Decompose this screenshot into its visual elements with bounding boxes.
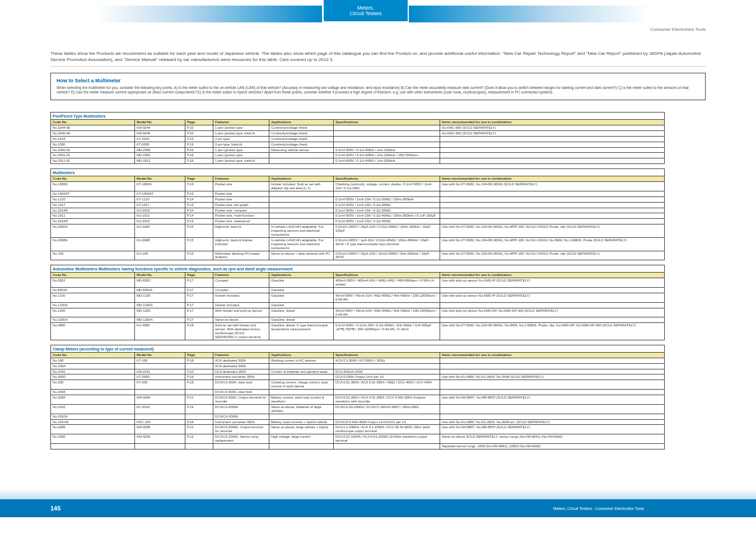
table-cell xyxy=(269,363,334,369)
table-cell: P.18 xyxy=(185,380,213,390)
table-cell: No.1110 xyxy=(51,196,135,202)
table-row: No.100AACA dedicated 300A xyxy=(51,363,665,369)
table-cell: P.13 xyxy=(185,142,213,147)
table-cell: Battery, load currents + hybrid vehicle xyxy=(269,419,334,425)
table-cell: Gasoline xyxy=(269,278,334,288)
table-cell xyxy=(213,443,269,449)
table-row: No.2019RKU-2019P.14Pocket size, compact0… xyxy=(51,208,665,213)
table-row: No.200ADC/ACA 300A, data hold xyxy=(51,390,665,395)
table-cell: MD-830J xyxy=(135,278,185,288)
table-cell: Gasoline xyxy=(269,293,334,302)
column-header: Items recommended for use in combination xyxy=(440,120,665,125)
table-cell: Use with No.KU-4800, No.KU-2600, No.2608… xyxy=(440,419,665,425)
table-cell xyxy=(185,443,213,449)
table-cell: KM-3290 xyxy=(135,434,185,444)
table-cell: Pocket size xyxy=(213,191,269,196)
table-cell: With holster and pick-up sensor xyxy=(213,308,269,317)
table-row: No.2012RKU-2012P.14Pocket size, waterpro… xyxy=(51,219,665,224)
table-cell: No.1011 xyxy=(51,213,135,219)
table-cell: In-vehicle LAN/CAN adaptable. For inspec… xyxy=(269,224,334,238)
table-row: No.2608AKU-2608P.15High-end, back-lit Ho… xyxy=(51,237,665,251)
table-row: No.1018KT-2010P.132 pin typeContinuity/v… xyxy=(51,136,665,142)
table-cell: No.1009ST xyxy=(51,191,135,196)
table-cell: No.100A xyxy=(51,363,135,369)
table-cell: Use with No.KT-300D, No.104-08 (400A), N… xyxy=(440,323,665,340)
table-cell: Continuity/voltage check xyxy=(269,136,334,142)
table-cell: P.14 xyxy=(185,196,213,202)
table-cell: KU-2012 xyxy=(135,219,185,224)
table-cell: Pocket size, multi-function xyxy=(213,213,269,219)
table-row: No.4800KU-4800P.18Sold as set with holst… xyxy=(51,323,665,340)
column-header: Specifications xyxy=(334,273,440,278)
table-cell: Working current of AC devices xyxy=(269,358,334,363)
table-cell: No.1200A xyxy=(51,317,135,323)
column-header: Applications xyxy=(269,273,334,278)
table-cell xyxy=(440,202,665,208)
table-cell: KU-2600 xyxy=(135,224,185,238)
column-header: Page xyxy=(185,273,213,278)
table-cell xyxy=(440,404,665,414)
column-header: Specifications xyxy=(334,176,440,182)
table-cell: Use with No.KT-300D, No.104-08 (400A), N… xyxy=(440,251,665,260)
table-cell: No.3244-60 xyxy=(51,125,135,130)
table-cell: MD-2000 xyxy=(135,147,185,153)
table-cell: P.17 xyxy=(185,288,213,293)
table-cell: Same as above, batteries of large vehicl… xyxy=(269,404,334,414)
table-cell: KT-1110 xyxy=(135,196,185,202)
column-header: Model No. xyxy=(135,120,185,125)
table-cell: Gasoline xyxy=(269,302,334,308)
intro-text: These tables show the Products we recomm… xyxy=(50,50,706,67)
table-cell: No.830J xyxy=(51,278,135,288)
table-row: No.830JMD-830JP.17CompactGasoline400mV-5… xyxy=(51,278,665,288)
table-cell: KM-3285 xyxy=(135,425,185,434)
table-cell xyxy=(334,142,440,147)
table-cell: KU-2019 xyxy=(135,208,185,213)
table-cell: P.19 xyxy=(185,374,213,380)
table-cell: 0.1mV-600V / 0.1mA-20A / 0.1Ω-40MΩ / 1Hz… xyxy=(334,323,440,340)
table-cell: DCA 200mA-200A xyxy=(334,369,440,374)
tab-line1: Meters, xyxy=(324,5,408,11)
table-cell: DC/ACA 2000A, Output terminal for record… xyxy=(213,425,269,434)
table-cell: DC/ACA 300A, data hold xyxy=(213,390,269,395)
table-cell: P.16 xyxy=(185,158,213,164)
table-cell: Measuring vehicle sensor xyxy=(269,147,334,153)
table-cell: 0.01mV-1000V / 1μA-10A / 0.01Ω-40MΩ / 10… xyxy=(334,237,440,251)
table-cell: 0.1mV-600V / 0.1Ω-40MΩ / 1Hz-200kHz xyxy=(334,158,440,164)
table-cell xyxy=(269,196,334,202)
table-row: No.1017KT-1017P.13Pocket size, bar graph… xyxy=(51,202,665,208)
table-cell xyxy=(269,202,334,208)
table-cell: 1 pen (probe) type xyxy=(213,147,269,153)
table-cell: 1 pen (probe) type, back-lit xyxy=(213,158,269,164)
table-cell: P.14 xyxy=(185,208,213,213)
table-cell: Pen/Pencil Type Multimeters xyxy=(51,113,665,120)
table-cell: Same as above SOLD SEPARATELY: sensor to… xyxy=(440,434,665,444)
footer-text: Meters, Circuit Testers - Consumer Elect… xyxy=(553,507,644,510)
table-row: No.200KT-200P.18DC/ACA 300A, data holdCr… xyxy=(51,380,665,390)
table-cell: P.10 xyxy=(185,369,213,374)
table-cell: No.2608A xyxy=(51,237,135,251)
table-cell xyxy=(440,380,665,390)
table-cell: MD-1100 xyxy=(135,293,185,302)
table-cell: P.17 xyxy=(185,278,213,288)
header-right-title: Consumer Electronics Tools xyxy=(50,27,706,32)
table-cell: No.2012R xyxy=(51,219,135,224)
table-cell: Same as above. xyxy=(213,317,269,323)
table-cell: P.17 xyxy=(185,302,213,308)
table-row: No.830JAMD-830JAP.17CompactGasoline xyxy=(51,288,665,293)
table-cell: DC/ACA 1000A, Sensor tong replacement xyxy=(213,434,269,444)
table-cell: KM-2431 xyxy=(135,369,185,374)
column-header: Applications xyxy=(269,120,334,125)
table-cell: Gasoline xyxy=(269,288,334,293)
table-cell xyxy=(269,374,334,380)
table-cell: P.13 xyxy=(185,191,213,196)
spacer xyxy=(51,260,665,265)
table-cell: Separate sensor tongs: 100A (No.KM-9691)… xyxy=(440,443,665,449)
table-cell: KU-105 xyxy=(135,251,185,260)
table-cell: No.100 xyxy=(51,358,135,363)
table-cell: No.2600A xyxy=(51,224,135,238)
table-cell: KU-2608 xyxy=(135,237,185,251)
table-cell: 2 pin type xyxy=(213,136,269,142)
table-row: No.2001-01MD-2001P.161 pen (probe) type0… xyxy=(51,153,665,158)
table-cell xyxy=(440,208,665,213)
table-row: No.1110KT-1110P.14Pocket size0.1mV-500V … xyxy=(51,196,665,202)
